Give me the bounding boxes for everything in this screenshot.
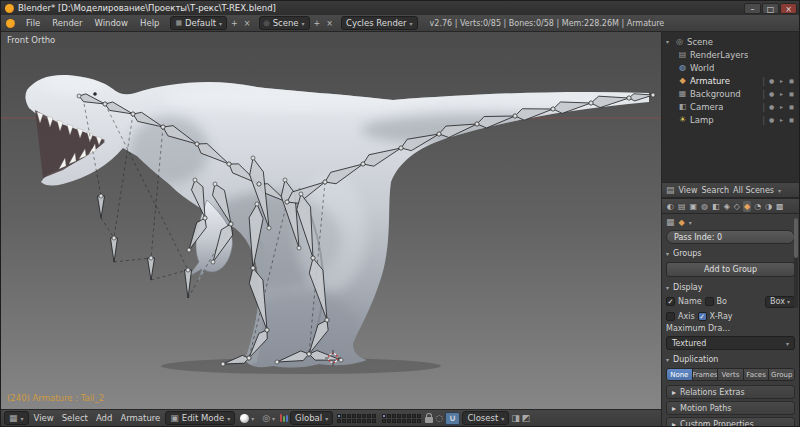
dup-none-button[interactable]: None xyxy=(667,369,693,380)
outliner-row-lamp[interactable]: ☀ Lamp | ● ▸ ◼ xyxy=(664,113,797,126)
tab-render-icon[interactable]: ◐ xyxy=(666,201,675,212)
dup-group-button[interactable]: Group xyxy=(769,369,794,380)
eye-icon[interactable]: ● xyxy=(768,103,775,110)
outliner-row-armature[interactable]: ◆ Armature | ● ▸ ◼ xyxy=(664,74,797,87)
duplication-panel-header[interactable]: ▾ Duplication xyxy=(666,353,795,366)
relations-extras-panel[interactable]: ▸ Relations Extras xyxy=(666,385,795,399)
outliner-row-world[interactable]: ◍ World xyxy=(664,61,797,74)
menu-file[interactable]: File xyxy=(21,17,45,29)
select-arrow-icon[interactable]: ▸ xyxy=(778,77,785,84)
pass-index-slider[interactable]: Pass Inde: 0 xyxy=(666,230,795,244)
name-label: Name xyxy=(678,297,702,306)
stats-readout: v2.76 | Verts:0/85 | Bones:0/58 | Mem:22… xyxy=(430,19,665,28)
scene-selector[interactable]: ◎ Scene ▾ xyxy=(259,16,310,30)
bounds-checkbox[interactable] xyxy=(705,297,714,306)
dup-faces-button[interactable]: Faces xyxy=(744,369,770,380)
manipulator-icon[interactable] xyxy=(280,414,288,422)
maximize-button[interactable]: □ xyxy=(762,3,779,14)
render-toggle-icon[interactable]: ◼ xyxy=(788,103,795,110)
outliner-display-filter[interactable]: All Scenes xyxy=(733,186,774,195)
outliner-row-background[interactable]: ▦ Background | ● ▸ ◼ xyxy=(664,87,797,100)
orientation-selector[interactable]: Global ▾ xyxy=(290,411,333,425)
outliner-row-camera[interactable]: ◧ Camera | ● ▸ ◼ xyxy=(664,100,797,113)
engine-selector[interactable]: Cycles Render ▾ xyxy=(341,16,418,30)
tab-object-icon[interactable]: ◧ xyxy=(711,201,721,212)
groups-panel-header[interactable]: ▾ Groups xyxy=(666,247,795,260)
outliner-menu-view[interactable]: View xyxy=(679,186,698,195)
mode-selector[interactable]: ▣ Edit Mode ▾ xyxy=(165,411,235,425)
outliner-editor-icon[interactable]: ▤ xyxy=(666,185,675,195)
render-toggle-icon[interactable]: ◼ xyxy=(788,90,795,97)
dup-verts-button[interactable]: Verts xyxy=(718,369,744,380)
select-arrow-icon[interactable]: ▸ xyxy=(778,116,785,123)
disclosure-icon[interactable]: ▾ xyxy=(666,38,672,45)
shading-selector[interactable]: ▾ xyxy=(237,413,257,424)
select-arrow-icon[interactable]: ▸ xyxy=(778,103,785,110)
custom-properties-panel[interactable]: ▸ Custom Properties xyxy=(666,417,795,426)
xray-checkbox[interactable]: ✓ xyxy=(698,312,707,321)
render-toggle-icon[interactable]: ◼ xyxy=(788,77,795,84)
tab-constraints-icon[interactable]: ◈ xyxy=(723,201,731,212)
eye-icon[interactable]: ● xyxy=(768,116,775,123)
layout-add-button[interactable]: + xyxy=(229,19,240,28)
layout-selector[interactable]: ▦ Default ▾ xyxy=(170,16,227,30)
outliner-header: ▤ View Search All Scenes ▾ xyxy=(662,182,799,198)
bone-layers-grid[interactable] xyxy=(337,414,376,423)
display-panel-header[interactable]: ▾ Display xyxy=(666,281,795,294)
layout-close-button[interactable]: × xyxy=(242,19,253,28)
tab-scene-icon[interactable]: ▣ xyxy=(689,201,699,212)
tab-bone-icon[interactable]: ◔ xyxy=(753,201,762,212)
eye-icon[interactable]: ● xyxy=(768,90,775,97)
menu-help[interactable]: Help xyxy=(135,17,164,29)
armature-icon: ◆ xyxy=(678,76,687,85)
menu-window[interactable]: Window xyxy=(90,17,134,29)
pivot-selector[interactable]: ◎ ▾ xyxy=(259,412,278,424)
eye-icon[interactable]: ● xyxy=(768,77,775,84)
scene-add-button[interactable]: + xyxy=(312,19,323,28)
menu-armature[interactable]: Armature xyxy=(117,412,163,424)
xray-label: X-Ray xyxy=(710,312,733,321)
viewport-3d[interactable]: Front Ortho (240) Armature : Tail_2 xyxy=(1,32,661,409)
tab-material-icon[interactable]: ◑ xyxy=(764,201,773,212)
select-arrow-icon[interactable]: ▸ xyxy=(778,90,785,97)
bounds-type-selector[interactable]: Box ▾ xyxy=(765,296,795,308)
tab-modifiers-icon[interactable]: ◇ xyxy=(733,201,741,212)
menu-add[interactable]: Add xyxy=(93,412,115,424)
editor-type-icon: ▦ xyxy=(9,413,18,423)
bone-layers-grid-2[interactable] xyxy=(382,414,421,423)
outliner-menu-search[interactable]: Search xyxy=(702,186,729,195)
chevron-down-icon: ▾ xyxy=(689,219,692,226)
outliner-row-renderlayers[interactable]: ▤ RenderLayers xyxy=(664,48,797,61)
render-opengl-icon[interactable]: ◨ xyxy=(511,413,520,423)
close-button[interactable]: × xyxy=(780,3,797,14)
axis-checkbox[interactable] xyxy=(666,312,675,321)
scene-close-button[interactable]: × xyxy=(324,19,335,28)
editor-type-button[interactable]: ▦ ▾ xyxy=(4,411,29,425)
motion-paths-panel[interactable]: ▸ Motion Paths xyxy=(666,401,795,415)
pin-icon[interactable]: ▦ xyxy=(666,217,675,227)
chevron-down-icon: ▾ xyxy=(501,415,504,422)
camera-icon: ◧ xyxy=(678,102,687,111)
dup-frames-button[interactable]: Frames xyxy=(693,369,719,380)
max-draw-label: Maximum Dra... xyxy=(666,324,795,335)
tab-object-data-icon[interactable]: ◆ xyxy=(743,201,751,212)
properties-scrollbar[interactable] xyxy=(794,218,798,308)
tab-render-layers-icon[interactable]: ▤ xyxy=(677,201,687,212)
tab-world-icon[interactable]: ◍ xyxy=(700,201,709,212)
outliner-row-scene[interactable]: ▾ ◎ Scene xyxy=(664,35,797,48)
menu-render[interactable]: Render xyxy=(47,17,87,29)
max-draw-type-selector[interactable]: Textured ▾ xyxy=(666,336,795,350)
tab-texture-icon[interactable]: ▩ xyxy=(775,201,785,212)
add-to-group-button[interactable]: Add to Group xyxy=(666,262,795,277)
blender-menu-icon[interactable] xyxy=(6,19,15,28)
render-opengl-anim-icon[interactable]: ◩ xyxy=(522,413,531,423)
lock-icon[interactable] xyxy=(425,417,433,423)
snap-magnet-icon[interactable]: ∪ xyxy=(445,412,460,425)
snap-target-selector[interactable]: Closest ▾ xyxy=(462,411,509,425)
render-toggle-icon[interactable]: ◼ xyxy=(788,116,795,123)
name-checkbox[interactable]: ✓ xyxy=(666,297,675,306)
proportional-edit-icon[interactable]: ◌ xyxy=(435,413,443,423)
minimize-button[interactable]: – xyxy=(744,3,761,14)
menu-view[interactable]: View xyxy=(31,412,57,424)
menu-select[interactable]: Select xyxy=(59,412,91,424)
